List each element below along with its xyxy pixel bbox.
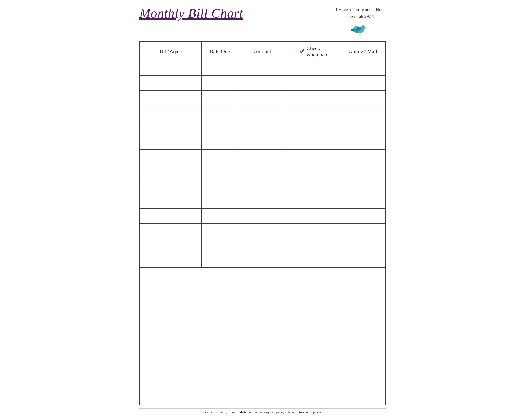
table-cell — [140, 179, 201, 194]
checkmark-icon: ✓ — [299, 48, 305, 55]
table-cell — [341, 164, 385, 179]
table-cell — [287, 164, 341, 179]
page: Monthly Bill Chart I Have a Future and a… — [131, 0, 394, 420]
bill-table: Bill/Payee Date Due Amount ✓ Check when … — [140, 42, 385, 268]
header: Monthly Bill Chart I Have a Future and a… — [140, 6, 385, 38]
table-cell — [238, 164, 287, 179]
table-cell — [201, 209, 238, 223]
table-row — [140, 209, 385, 223]
table-cell — [140, 120, 201, 135]
table-cell — [238, 149, 287, 164]
table-cell — [287, 105, 341, 120]
table-row — [140, 194, 385, 209]
table-cell — [287, 209, 341, 223]
table-cell — [140, 61, 201, 76]
table-cell — [341, 135, 385, 149]
svg-line-13 — [359, 35, 360, 35]
table-cell — [201, 164, 238, 179]
table-cell — [140, 105, 201, 120]
table-cell — [238, 194, 287, 209]
table-cell — [140, 90, 201, 105]
bill-table-wrapper: Bill/Payee Date Due Amount ✓ Check when … — [140, 41, 385, 405]
table-cell — [201, 90, 238, 105]
table-cell — [287, 76, 341, 90]
table-row — [140, 179, 385, 194]
svg-line-16 — [361, 35, 362, 35]
subtitle-line1: I Have a Future and a Hope — [336, 6, 385, 13]
bird-icon — [351, 21, 370, 36]
col-header-amount: Amount — [238, 42, 287, 61]
footer-text: Personal use only, do not redistribute i… — [202, 410, 323, 414]
table-cell — [341, 61, 385, 76]
header-right: I Have a Future and a Hope Jeremiah 29:1… — [336, 6, 385, 36]
table-cell — [341, 149, 385, 164]
table-cell — [238, 135, 287, 149]
table-cell — [140, 76, 201, 90]
table-row — [140, 105, 385, 120]
table-cell — [341, 90, 385, 105]
table-cell — [140, 135, 201, 149]
table-cell — [287, 253, 341, 268]
table-row — [140, 149, 385, 164]
footer: Personal use only, do not redistribute i… — [140, 408, 385, 416]
table-cell — [287, 135, 341, 149]
table-cell — [238, 179, 287, 194]
svg-line-15 — [360, 35, 361, 35]
table-cell — [341, 238, 385, 253]
header-subtitle: I Have a Future and a Hope Jeremiah 29:1… — [336, 6, 385, 20]
table-cell — [201, 61, 238, 76]
table-row — [140, 76, 385, 90]
table-cell — [238, 120, 287, 135]
title-block: Monthly Bill Chart — [140, 6, 243, 20]
svg-marker-2 — [366, 27, 367, 28]
table-cell — [287, 194, 341, 209]
col-header-online: Online / Mail — [341, 42, 385, 61]
table-cell — [287, 90, 341, 105]
table-cell — [140, 149, 201, 164]
table-cell — [238, 61, 287, 76]
svg-point-3 — [364, 27, 365, 28]
table-row — [140, 61, 385, 76]
table-row — [140, 164, 385, 179]
check-label-top: Check — [307, 45, 320, 51]
table-cell — [201, 135, 238, 149]
table-cell — [140, 209, 201, 223]
svg-point-4 — [364, 27, 365, 27]
table-cell — [341, 253, 385, 268]
table-cell — [201, 105, 238, 120]
check-label-bottom: when paid — [307, 51, 329, 58]
table-cell — [140, 223, 201, 238]
bird-container — [351, 21, 370, 36]
table-cell — [201, 149, 238, 164]
table-cell — [201, 76, 238, 90]
svg-line-12 — [361, 33, 362, 35]
table-cell — [201, 223, 238, 238]
table-cell — [140, 194, 201, 209]
col-header-date: Date Due — [201, 42, 238, 61]
table-cell — [287, 120, 341, 135]
table-cell — [201, 120, 238, 135]
table-cell — [341, 179, 385, 194]
table-cell — [201, 194, 238, 209]
table-row — [140, 238, 385, 253]
table-cell — [140, 238, 201, 253]
table-cell — [238, 105, 287, 120]
table-cell — [287, 61, 341, 76]
table-row — [140, 223, 385, 238]
subtitle-line2: Jeremiah 29:11 — [336, 13, 385, 20]
table-cell — [341, 194, 385, 209]
check-text: Check when paid — [307, 45, 329, 58]
table-cell — [341, 209, 385, 223]
table-cell — [201, 253, 238, 268]
col-header-check: ✓ Check when paid — [287, 42, 341, 61]
table-cell — [238, 253, 287, 268]
table-cell — [341, 223, 385, 238]
table-row — [140, 135, 385, 149]
table-cell — [238, 90, 287, 105]
table-cell — [238, 223, 287, 238]
table-cell — [341, 120, 385, 135]
table-cell — [287, 238, 341, 253]
table-row — [140, 90, 385, 105]
table-cell — [238, 238, 287, 253]
table-cell — [238, 209, 287, 223]
